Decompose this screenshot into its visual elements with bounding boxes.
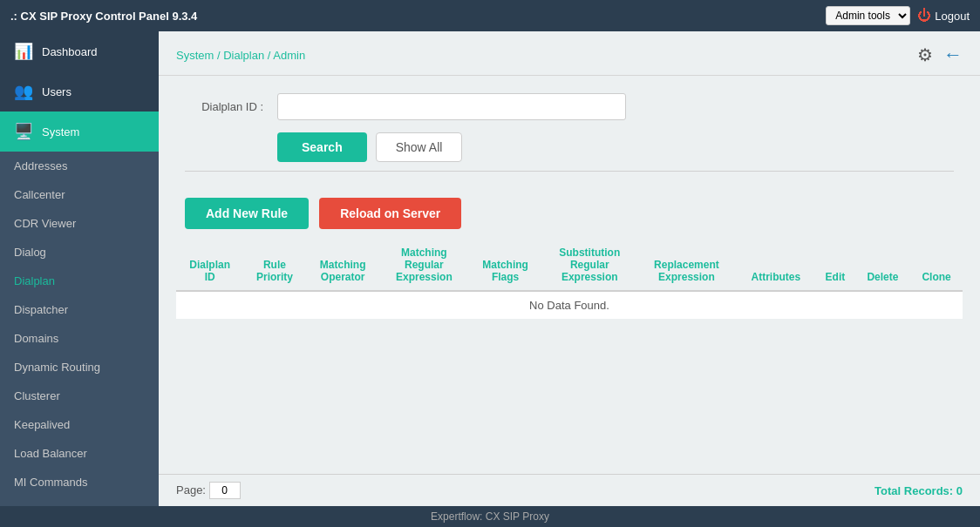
col-clone: Clone [910,240,963,291]
page-input[interactable] [209,482,241,499]
no-data-message: No Data Found. [176,291,963,319]
show-all-button[interactable]: Show All [376,132,463,162]
sidebar-item-load-balancer[interactable]: Load Balancer [0,439,159,468]
reload-on-server-button[interactable]: Reload on Server [319,198,461,229]
page-info: Page: [176,482,241,499]
dashboard-icon: 📊 [14,42,33,61]
breadcrumb-dialplan[interactable]: Dialplan [223,49,264,62]
status-bar: Expertflow: CX SIP Proxy [0,506,980,527]
add-new-rule-button[interactable]: Add New Rule [185,198,309,229]
sidebar-item-users[interactable]: 👥 Users [0,71,159,111]
logout-button[interactable]: ⏻ Logout [917,8,970,24]
power-icon: ⏻ [917,8,931,24]
sidebar-item-dashboard[interactable]: 📊 Dashboard [0,31,159,71]
col-dialplan-id: DialplanID [176,240,243,291]
sidebar-item-mi-commands[interactable]: MI Commands [0,468,159,497]
sidebar-item-dialog[interactable]: Dialog [0,238,159,267]
sidebar-item-domains[interactable]: Domains [0,324,159,353]
topbar: .: CX SIP Proxy Control Panel 9.3.4 Admi… [0,0,980,31]
footer-bar: Page: Total Records: 0 [159,474,980,506]
col-attributes: Attributes [737,240,816,291]
search-buttons: Search Show All [277,132,954,162]
sidebar: 📊 Dashboard 👥 Users 🖥️ System Addresses … [0,31,159,506]
sidebar-item-monit[interactable]: Monit [0,497,159,506]
breadcrumb-system[interactable]: System [176,49,214,62]
col-edit: Edit [815,240,855,291]
back-arrow-icon[interactable]: ← [943,44,963,66]
dialplan-table: DialplanID RulePriority MatchingOperator… [176,240,963,319]
sidebar-item-dialplan[interactable]: Dialplan [0,267,159,295]
total-records: Total Records: 0 [875,484,963,497]
users-icon: 👥 [14,82,33,101]
status-text: Expertflow: CX SIP Proxy [431,510,549,523]
dialplan-id-input[interactable] [277,93,626,120]
admin-tools-select[interactable]: Admin tools [826,6,910,25]
search-button[interactable]: Search [277,132,367,162]
app-title: .: CX SIP Proxy Control Panel 9.3.4 [10,10,197,23]
col-rule-priority: RulePriority [243,240,305,291]
breadcrumb-bar: System / Dialplan / Admin ⚙ ← [159,31,980,76]
sidebar-item-callcenter[interactable]: Callcenter [0,180,159,209]
col-matching-regular-expression: MatchingRegularExpression [380,240,468,291]
main-content: System / Dialplan / Admin ⚙ ← Dialplan I… [159,31,980,506]
sidebar-item-system[interactable]: 🖥️ System [0,111,159,152]
topbar-right: Admin tools ⏻ Logout [826,6,970,25]
sidebar-item-dispatcher[interactable]: Dispatcher [0,295,159,324]
no-data-row: No Data Found. [176,291,963,319]
sidebar-item-keepalived[interactable]: Keepalived [0,410,159,439]
dialplan-id-label: Dialplan ID : [185,100,263,113]
sidebar-item-dynamic-routing[interactable]: Dynamic Routing [0,353,159,382]
page-label: Page: [176,483,206,497]
divider [185,171,954,172]
dialplan-id-row: Dialplan ID : [185,93,954,120]
table-area: DialplanID RulePriority MatchingOperator… [159,240,980,474]
col-delete: Delete [855,240,910,291]
sidebar-item-cdr-viewer[interactable]: CDR Viewer [0,209,159,238]
col-substitution-regular-expression: SubstitutionRegularExpression [542,240,636,291]
breadcrumb-actions: ⚙ ← [917,44,963,66]
action-row: Add New Rule Reload on Server [159,187,980,240]
gear-icon[interactable]: ⚙ [917,44,933,65]
col-replacement-expression: ReplacementExpression [636,240,736,291]
sidebar-item-clusterer[interactable]: Clusterer [0,382,159,410]
breadcrumb-admin[interactable]: Admin [273,49,305,62]
search-area: Dialplan ID : Search Show All [159,76,980,187]
breadcrumb: System / Dialplan / Admin [176,49,305,62]
sidebar-item-addresses[interactable]: Addresses [0,152,159,180]
table-header-row: DialplanID RulePriority MatchingOperator… [176,240,963,291]
col-matching-flags: MatchingFlags [468,240,542,291]
col-matching-operator: MatchingOperator [306,240,380,291]
system-icon: 🖥️ [14,122,33,141]
